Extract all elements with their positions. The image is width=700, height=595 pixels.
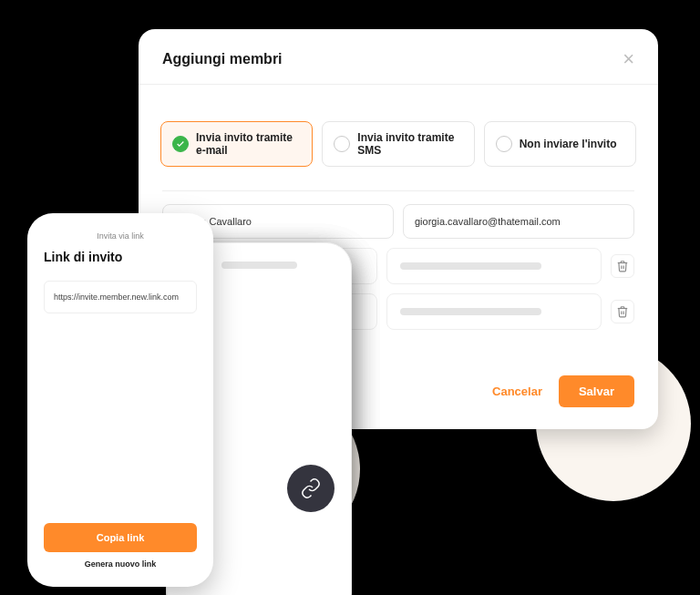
- modal-title: Aggiungi membri: [162, 51, 283, 67]
- member-row-empty: [162, 293, 634, 330]
- add-members-modal: Aggiungi membri × Invia invito tramite e…: [139, 29, 658, 429]
- cancel-button[interactable]: Cancelar: [492, 385, 542, 398]
- email-field-placeholder[interactable]: [386, 248, 602, 284]
- email-field-placeholder[interactable]: [386, 293, 602, 330]
- generate-new-link-button[interactable]: Genera nuovo link: [44, 559, 197, 569]
- divider: [162, 190, 634, 191]
- check-icon: [172, 136, 189, 152]
- footer-actions: Cancelar Salvar: [492, 375, 634, 407]
- link-badge-icon: [287, 465, 335, 512]
- modal-header: Aggiungi membri ×: [139, 49, 658, 85]
- radio-icon: [334, 136, 350, 152]
- option-invite-none[interactable]: Non inviare l'invito: [484, 121, 636, 167]
- radio-icon: [496, 136, 512, 152]
- invite-options-row: Invia invito tramite e-mail Invia invito…: [149, 105, 647, 174]
- option-label: Invia invito tramite e-mail: [196, 131, 301, 157]
- invite-link-heading: Link di invito: [44, 250, 197, 264]
- save-button[interactable]: Salvar: [559, 375, 634, 407]
- invite-link-field[interactable]: https://invite.member.new.link.com: [44, 281, 197, 313]
- option-invite-sms[interactable]: Invia invito tramite SMS: [322, 121, 474, 167]
- email-field[interactable]: giorgia.cavallaro@thatemail.com: [403, 204, 634, 239]
- option-label: Invia invito tramite SMS: [357, 131, 462, 157]
- phone-mockup: Invita via link Link di invito https://i…: [27, 213, 213, 587]
- phone-screen-title: Invita via link: [44, 231, 197, 241]
- modal-body: Invia invito tramite e-mail Invia invito…: [139, 85, 658, 330]
- option-label: Non inviare l'invito: [520, 138, 617, 150]
- member-row-filled: Giorgia Cavallaro giorgia.cavallaro@that…: [162, 204, 634, 239]
- copy-link-button[interactable]: Copia link: [44, 523, 197, 552]
- delete-row-button[interactable]: [611, 254, 634, 278]
- close-icon[interactable]: ×: [623, 49, 634, 69]
- option-invite-email[interactable]: Invia invito tramite e-mail: [160, 121, 313, 167]
- delete-row-button[interactable]: [611, 300, 634, 323]
